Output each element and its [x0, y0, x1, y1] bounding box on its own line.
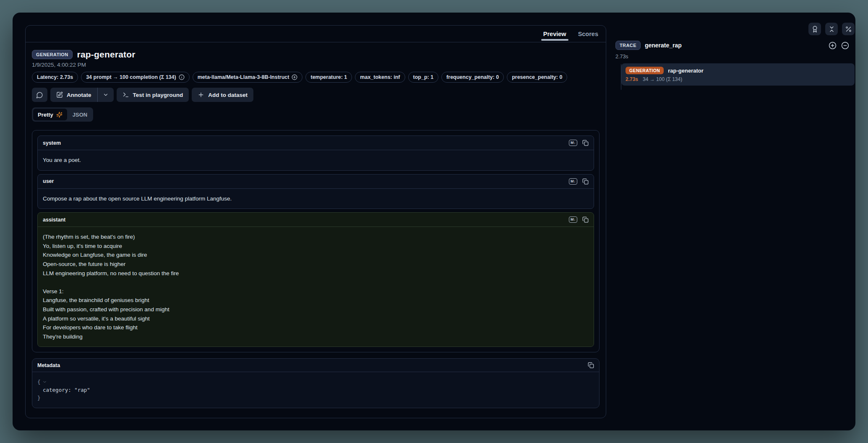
copy-icon[interactable] [588, 362, 594, 368]
tree-indent-line [621, 64, 621, 90]
copy-icon[interactable] [582, 216, 589, 223]
observation-timestamp: 1/9/2025, 4:00:22 PM [32, 62, 600, 68]
message-header: assistant M↓ [38, 213, 594, 227]
io-messages-card: system M↓ You are a poet. user M↓ [32, 130, 600, 352]
observation-header: GENERATION rap-generator [32, 50, 600, 60]
frequency-penalty-badge: frequency_penalty: 0 [441, 72, 504, 83]
node-duration: 2.73s [626, 76, 638, 82]
trace-type-badge: TRACE [615, 41, 641, 50]
message-actions: M↓ [569, 216, 589, 223]
plus-icon [198, 91, 204, 98]
presence-penalty-badge: presence_penalty: 0 [507, 72, 567, 83]
latency-badge: Latency: 2.73s [32, 72, 78, 83]
observation-panel-body: GENERATION rap-generator 1/9/2025, 4:00:… [26, 42, 606, 418]
message-role-label: user [43, 178, 54, 184]
chevron-down-icon[interactable] [42, 380, 47, 384]
tree-node-metrics: 2.73s 34 → 100 (Σ 134) [626, 76, 850, 82]
temperature-badge: temperature: 1 [305, 72, 352, 83]
square-pen-icon [56, 91, 63, 98]
circle-plus-icon[interactable] [829, 42, 837, 50]
markdown-toggle-icon[interactable]: M↓ [569, 216, 577, 223]
test-in-playground-button[interactable]: Test in playground [117, 88, 189, 102]
copy-icon[interactable] [582, 140, 589, 146]
tree-node-name: rap-generator [668, 68, 704, 74]
circle-plus-icon [292, 74, 297, 80]
observation-tree: GENERATION rap-generator 2.73s 34 → 100 … [615, 63, 855, 90]
message-header: system M↓ [38, 136, 594, 150]
message-content: You are a poet. [38, 150, 594, 170]
tab-preview[interactable]: Preview [537, 26, 572, 42]
observation-badge-row: Latency: 2.73s 34 prompt → 100 completio… [32, 72, 600, 83]
pretty-json-toggle: Pretty JSON [32, 107, 93, 122]
annotate-button[interactable]: Annotate [50, 88, 97, 102]
annotate-split-button: Annotate [50, 88, 114, 102]
award-ribbon-icon [811, 26, 818, 33]
tree-node-rap-generator[interactable]: GENERATION rap-generator 2.73s 34 → 100 … [621, 63, 855, 86]
message-assistant: assistant M↓ (The rhythm is set, the bea… [37, 212, 594, 347]
playground-label: Test in playground [133, 92, 183, 98]
model-badge[interactable]: meta-llama/Meta-Llama-3-8B-Instruct [193, 72, 303, 83]
chevron-down-icon [103, 92, 109, 98]
tab-preview-label: Preview [543, 31, 566, 37]
observation-preview-panel: Preview Scores GENERATION rap-generator … [25, 25, 606, 418]
pretty-label: Pretty [38, 112, 53, 118]
annotate-label: Annotate [67, 92, 91, 98]
trace-tree-sidebar: TRACE generate_rap 2.73s GENERATION rap-… [615, 23, 855, 90]
metadata-card: Metadata { category: "rap" } [32, 358, 600, 408]
collapse-all-button[interactable] [825, 23, 838, 35]
preview-scores-tablist: Preview Scores [26, 26, 606, 42]
annotate-dropdown-button[interactable] [98, 88, 114, 102]
metadata-json-viewer: { category: "rap" } [32, 372, 599, 408]
tab-scores[interactable]: Scores [572, 26, 604, 42]
trace-duration: 2.73s [615, 54, 855, 60]
copy-icon[interactable] [582, 178, 589, 185]
markdown-toggle-icon[interactable]: M↓ [569, 140, 577, 146]
json-close-line: } [37, 394, 594, 402]
add-to-dataset-button[interactable]: Add to dataset [192, 88, 253, 102]
sidebar-action-buttons [615, 23, 855, 35]
generation-type-badge: GENERATION [32, 50, 73, 59]
message-user: user M↓ Compose a rap about the open sou… [37, 174, 594, 209]
circle-minus-icon[interactable] [841, 42, 849, 50]
info-icon [179, 74, 185, 80]
json-label: JSON [73, 112, 87, 118]
observation-title: rap-generator [77, 50, 136, 60]
annotate-scores-button[interactable] [808, 23, 821, 35]
trace-name: generate_rap [645, 42, 682, 49]
metadata-title: Metadata [37, 362, 60, 368]
message-actions: M↓ [569, 178, 589, 185]
json-entry: category: "rap" [37, 386, 594, 394]
chat-bubble-icon [36, 91, 43, 99]
metadata-header: Metadata [32, 359, 599, 372]
percent-icon [845, 26, 852, 33]
terminal-icon [123, 91, 129, 98]
sparkles-icon [56, 112, 63, 118]
tab-scores-label: Scores [578, 31, 598, 37]
trace-detail-window: Preview Scores GENERATION rap-generator … [13, 13, 855, 430]
json-toggle-button[interactable]: JSON [68, 109, 92, 120]
message-system: system M↓ You are a poet. [37, 136, 594, 171]
add-to-dataset-label: Add to dataset [208, 92, 248, 98]
tree-node-header: GENERATION rap-generator [626, 67, 850, 74]
message-role-label: system [43, 140, 61, 146]
action-toolbar: Annotate Test in playground Add to datas… [32, 88, 600, 102]
active-tab-indicator [541, 39, 568, 41]
node-token-usage: 34 → 100 (Σ 134) [643, 76, 682, 82]
message-content: Compose a rap about the open source LLM … [38, 189, 594, 209]
comment-button[interactable] [32, 88, 47, 102]
show-metrics-button[interactable] [842, 23, 855, 35]
pretty-toggle-button[interactable]: Pretty [33, 109, 67, 120]
markdown-toggle-icon[interactable]: M↓ [569, 178, 577, 185]
message-actions: M↓ [569, 140, 589, 146]
top-p-badge: top_p: 1 [408, 72, 439, 83]
generation-type-badge: GENERATION [626, 67, 664, 74]
trace-root-row[interactable]: TRACE generate_rap [615, 41, 855, 50]
message-content: (The rhythm is set, the beat's on fire) … [38, 227, 594, 347]
message-header: user M↓ [38, 175, 594, 189]
chevrons-down-up-icon [828, 26, 835, 33]
max-tokens-badge: max_tokens: inf [355, 72, 405, 83]
json-open-line: { [37, 378, 594, 386]
message-role-label: assistant [43, 217, 65, 223]
tree-expand-controls [829, 42, 849, 50]
token-usage-badge[interactable]: 34 prompt → 100 completion (Σ 134) [81, 72, 190, 83]
